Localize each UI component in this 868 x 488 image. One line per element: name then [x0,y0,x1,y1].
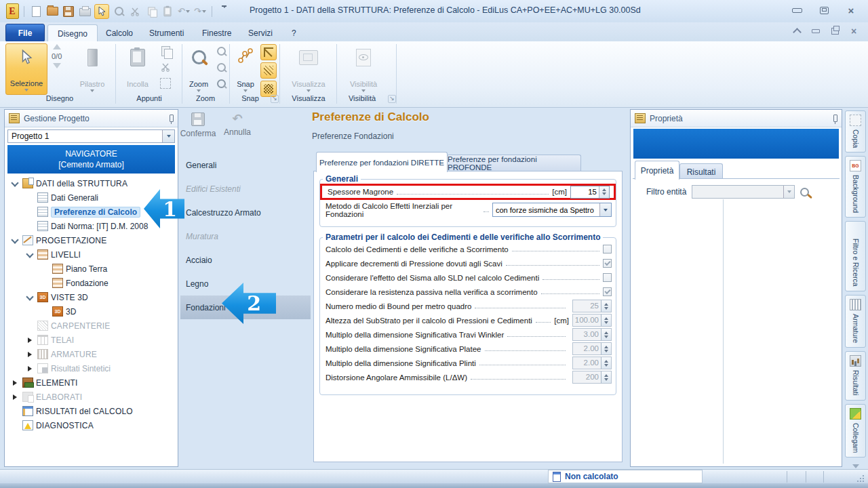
tree-item-dati-norma[interactable]: Dati Norma: [IT] D.M. 2008 [6,219,176,233]
tab-servizi[interactable]: Servizi [239,24,282,41]
save-icon[interactable] [62,5,75,18]
side-tab-copia[interactable]: Copia [845,110,866,152]
maximize-button[interactable] [816,5,831,16]
tree-item-dati-struttura[interactable]: DATI della STRUTTURA [6,176,176,190]
altezza-substrato-spinner[interactable]: 100.00 [572,314,612,327]
side-tab-background[interactable]: BGBackground [845,156,866,218]
mdi-minimize-button[interactable] [810,26,822,36]
count-up-icon[interactable] [53,44,61,49]
project-selector[interactable]: Progetto 1 [7,129,175,143]
spessore-magrone-spinner[interactable]: 15 [570,186,610,199]
tree-item-risultati-sintetici[interactable]: Risultati Sintetici [6,361,176,375]
close-button[interactable]: × [844,5,859,16]
tab-risultati[interactable]: Risultati [679,163,723,180]
tree-item-progettazione[interactable]: PROGETTAZIONE [6,233,176,247]
app-logo-icon[interactable]: E [5,5,19,18]
side-tab-risultati[interactable]: Risultati [845,351,866,400]
menu-item-calcestruzzo-armato[interactable]: Calcestruzzo Armato [180,201,311,224]
tree-item-viste-3d[interactable]: 3DVISTE 3D [6,290,176,304]
snap-line-toggle[interactable] [260,62,277,79]
visibilita-button[interactable]: Visibilità [343,43,384,95]
annulla-button[interactable]: ↶ Annulla [221,113,254,148]
visualizza-button[interactable]: Visualizza [288,43,330,95]
tab-fondazioni-profonde[interactable]: Preferenze per fondazioni PROFONDE [447,155,581,171]
redo-icon[interactable]: ↷ [193,5,207,18]
tree-item-armature[interactable]: ARMATURE [6,347,176,361]
tree-item-elaborati[interactable]: ELABORATI [6,390,176,404]
pin-icon[interactable] [833,115,837,122]
cut-icon[interactable] [159,60,172,74]
tree-item-elementi[interactable]: ELEMENTI [6,375,176,390]
resize-grip[interactable] [856,474,864,482]
tab-fondazioni-dirette[interactable]: Preferenze per fondazioni DIRETTE [316,152,448,172]
ribbon-collapse-icon[interactable] [791,26,803,36]
undo-icon[interactable]: ↶ [177,5,191,18]
tree-item-carpenterie[interactable]: CARPENTERIE [6,319,176,333]
tree-item-diagnostica[interactable]: DIAGNOSTICA [6,418,176,432]
select-tool-icon[interactable] [94,4,109,19]
copy-icon[interactable] [144,5,158,18]
plinti-spinner[interactable]: 2.00 [572,357,612,369]
cut-icon[interactable] [128,5,142,18]
sisma-sld-checkbox[interactable] [603,273,612,282]
print-icon[interactable] [78,5,92,18]
tree-item-piano-terra[interactable]: Piano Terra [6,262,176,276]
snap-endpoint-toggle[interactable] [260,44,277,60]
travi-winkler-spinner[interactable]: 3.00 [572,328,612,341]
snap-button[interactable]: Snap [232,43,259,95]
tree-item-3d[interactable]: 3D3D [6,304,176,319]
project-selector-dropdown[interactable] [162,130,174,142]
zoom-in-icon[interactable] [214,44,228,58]
menu-item-acciaio[interactable]: Acciaio [180,248,311,272]
metodo-calcolo-combo[interactable]: con forze sismiche da Spettro [492,203,612,217]
tree-item-risultati-calcolo[interactable]: RISULTATI del CALCOLO [6,404,176,418]
menu-item-muratura[interactable]: Muratura [180,224,311,248]
menu-item-generali[interactable]: Generali [180,153,311,177]
pilastro-button[interactable]: Pilastro [73,43,111,95]
tab-finestre[interactable]: Finestre [193,24,241,41]
count-down-icon[interactable] [53,63,61,68]
tab-strumenti[interactable]: Strumenti [140,24,193,41]
tab-help[interactable]: ? [282,24,306,41]
visibilita-dialog-launcher-icon[interactable]: ↘ [388,95,396,103]
decrementi-pressione-checkbox[interactable] [603,259,612,268]
spinner-buttons[interactable] [599,186,609,198]
selezione-button[interactable]: Selezione [5,43,47,95]
calcolo-cedimenti-checkbox[interactable] [603,245,612,253]
new-file-icon[interactable] [29,5,43,18]
filter-dropdown-icon[interactable] [783,186,794,198]
tab-calcolo[interactable]: Calcolo [96,24,142,41]
platee-spinner[interactable]: 2.00 [572,342,612,355]
copy-icon[interactable] [159,44,172,58]
menu-item-edifici-esistenti[interactable]: Edifici Esistenti [180,177,311,201]
toolbar-options-icon[interactable] [217,5,231,18]
mdi-restore-button[interactable] [829,26,841,36]
zoom-tool-icon[interactable] [112,5,125,18]
distorsione-spinner[interactable]: 200 [572,371,612,384]
bound-spinner[interactable]: 25 [572,300,612,312]
conferma-button[interactable]: Conferma [179,113,217,148]
tab-disegno[interactable]: Disegno [47,24,98,42]
minimize-button[interactable] [789,5,804,16]
side-tab-armature[interactable]: Armature [845,295,866,348]
tab-proprieta[interactable]: Proprietà [635,161,679,180]
menu-item-legno[interactable]: Legno [180,272,311,296]
mdi-close-button[interactable]: × [848,26,860,36]
zoom-button[interactable]: Zoom [184,43,213,95]
tree-item-telai[interactable]: TELAI [6,333,176,347]
zoom-previous-icon[interactable] [214,77,228,90]
resistenza-passiva-checkbox[interactable] [603,287,612,296]
open-folder-icon[interactable] [45,5,59,18]
side-tab-collegamenti[interactable]: Collegam [845,404,866,458]
file-menu-button[interactable]: File [5,24,45,42]
snap-dialog-launcher-icon[interactable]: ↘ [271,95,279,103]
paste-special-icon[interactable] [159,77,172,90]
incolla-button[interactable]: Incolla [121,43,155,95]
zoom-window-icon[interactable] [214,60,228,74]
combo-dropdown-icon[interactable] [599,203,611,216]
entity-filter-combo[interactable] [692,185,795,199]
scroll-down-icon[interactable] [852,464,859,468]
pin-icon[interactable] [170,115,174,122]
tree-item-livelli[interactable]: LIVELLI [6,247,176,262]
side-tab-filtro-ricerca[interactable]: Filtro e Ricerca [845,221,866,291]
